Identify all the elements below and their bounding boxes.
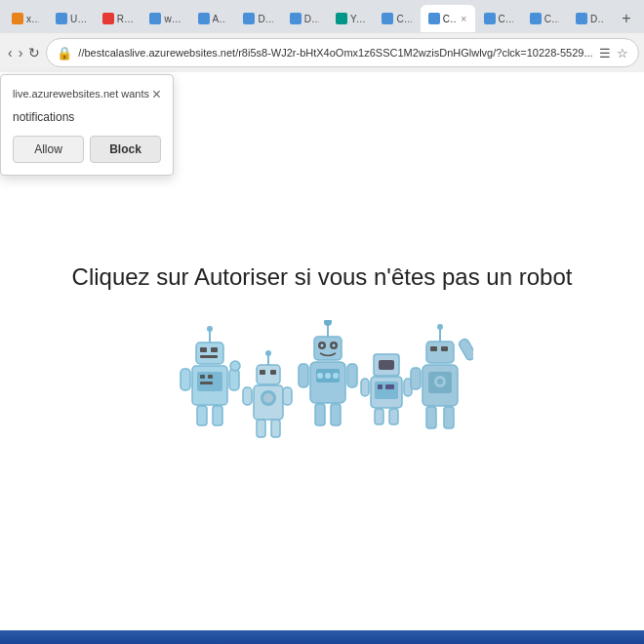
svg-point-38 [325,373,331,379]
browser-window: xml- UrPc Repc www. Atter DDC DDC Yous [0,0,644,638]
tab-12[interactable]: Click [522,5,567,32]
tab-favicon-6 [243,13,255,24]
tab-label-5: Atter [213,14,227,24]
svg-rect-57 [426,342,454,363]
tab-7[interactable]: DDC [282,5,327,32]
tab-label-12: Click [544,14,559,24]
tab-8[interactable]: Yous [328,5,373,32]
svg-rect-5 [200,355,218,358]
address-bar-area: ‹ › ↻ 🔒 //bestcalaslive.azurewebsites.ne… [0,33,644,72]
reader-mode-icon: ☰ [599,46,611,60]
tab-label-6: DDC [258,14,272,24]
tab-11[interactable]: Click [476,5,521,32]
svg-rect-50 [375,409,383,424]
tab-favicon-10 [428,13,440,24]
svg-rect-24 [257,420,265,437]
tab-9[interactable]: Click [374,5,419,32]
block-button[interactable]: Block [90,136,161,163]
svg-rect-47 [375,382,398,399]
svg-point-63 [437,379,443,384]
svg-rect-45 [379,360,394,370]
svg-rect-12 [213,406,222,425]
tab-label-4: www. [164,14,181,24]
svg-rect-59 [441,346,448,351]
tab-label-3: Repc [117,14,134,24]
svg-rect-4 [211,347,218,352]
back-button[interactable]: ‹ [8,39,13,66]
tab-favicon-11 [484,13,496,24]
svg-point-1 [207,326,213,332]
address-text: //bestcalaslive.azurewebsites.net/r8i5s8… [78,47,592,59]
forward-button[interactable]: › [19,39,23,66]
tab-close-10[interactable]: × [461,13,466,24]
lock-icon: 🔒 [57,46,72,60]
reload-button[interactable]: ↻ [28,39,40,66]
tab-favicon-13 [576,13,587,24]
svg-rect-40 [315,404,325,425]
robots-svg [171,320,473,447]
tab-6[interactable]: DDC [235,5,280,32]
svg-rect-52 [361,379,369,396]
popup-close-button[interactable]: × [152,87,161,102]
popup-message: notifications [13,110,161,124]
bookmark-icon: ☆ [617,46,628,60]
tab-label-9: Click [396,14,411,24]
notification-popup: live.azurewebsites.net wants × notificat… [0,74,174,176]
svg-rect-27 [283,387,292,405]
tab-favicon-7 [290,13,302,24]
svg-rect-64 [426,407,436,428]
tab-favicon-5 [198,13,210,24]
tab-favicon-1 [12,13,23,24]
page-title: Cliquez sur Autoriser si vous n'êtes pas… [72,263,573,291]
svg-rect-2 [196,342,223,364]
tab-3[interactable]: Repc [95,5,141,32]
tab-13[interactable]: Dow [568,5,612,32]
svg-rect-48 [378,384,382,389]
tab-label-1: xml- [26,14,39,24]
svg-rect-43 [347,364,357,387]
tab-label-7: DDC [304,14,319,24]
address-bar[interactable]: 🔒 //bestcalaslive.azurewebsites.net/r8i5… [46,38,638,67]
tab-favicon-8 [336,13,347,24]
svg-rect-9 [208,375,213,379]
svg-point-33 [321,344,324,347]
svg-point-34 [333,344,336,347]
tab-favicon-12 [530,13,542,24]
popup-buttons: Allow Block [13,136,161,163]
svg-rect-18 [257,365,280,384]
svg-rect-19 [260,370,265,375]
svg-rect-14 [229,369,239,390]
svg-rect-42 [299,364,308,387]
tab-favicon-9 [382,13,393,24]
svg-rect-25 [271,420,280,437]
svg-rect-66 [411,368,421,389]
svg-rect-58 [430,346,437,351]
new-tab-button[interactable]: + [613,5,640,32]
tab-10[interactable]: Click × [421,5,475,32]
svg-rect-8 [200,375,205,379]
allow-button[interactable]: Allow [13,136,84,163]
tab-1[interactable]: xml- [4,5,47,32]
tab-5[interactable]: Atter [190,5,235,32]
svg-point-55 [437,324,443,330]
tab-label-13: Dow [590,14,604,24]
tab-favicon-3 [102,13,114,24]
tab-favicon-2 [56,13,67,24]
svg-point-15 [230,361,240,371]
svg-point-37 [317,373,323,379]
popup-site: live.azurewebsites.net wants [13,87,149,101]
svg-rect-51 [389,409,398,424]
tab-4[interactable]: www. [141,5,188,32]
svg-rect-20 [270,370,276,375]
svg-point-17 [265,350,271,356]
tab-label-2: UrPc [70,14,86,24]
svg-point-29 [324,320,332,326]
tab-2[interactable]: UrPc [48,5,94,32]
svg-point-39 [333,373,339,379]
svg-rect-41 [331,404,341,425]
windows-taskbar [0,630,644,644]
svg-rect-65 [444,407,454,428]
svg-rect-30 [314,337,342,360]
popup-header: live.azurewebsites.net wants × [13,87,161,102]
robots-illustration [171,320,473,447]
